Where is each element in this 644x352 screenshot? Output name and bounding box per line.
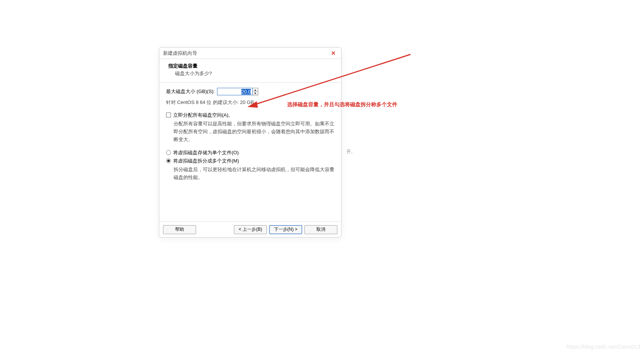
max-disk-size-row: 最大磁盘大小 (GB)(S): ▲ ▼ [166,88,334,95]
single-file-radio[interactable] [166,150,171,155]
help-button[interactable]: 帮助 [163,225,196,234]
next-button[interactable]: 下一步(N) > [269,225,302,234]
single-file-row: 将虚拟磁盘存储为单个文件(O) [166,149,334,156]
spinner-up-button[interactable]: ▲ [253,88,258,92]
allocate-now-label: 立即分配所有磁盘空间(A)。 [173,112,233,119]
spinner-buttons: ▲ ▼ [253,88,258,95]
single-file-label: 将虚拟磁盘存储为单个文件(O) [173,149,239,156]
watermark-text: https://blog.csdn.net/Class013 [566,344,640,350]
max-disk-size-input[interactable] [217,88,253,95]
allocate-now-description: 分配所有容量可以提高性能，但要求所有物理磁盘空间立即可用。如果不立即分配所有空间… [174,120,334,143]
allocate-now-row: 立即分配所有磁盘空间(A)。 [166,112,334,119]
allocate-now-checkbox[interactable] [166,113,171,117]
spinner-down-button[interactable]: ▼ [253,92,258,95]
close-icon[interactable]: ✕ [329,50,337,57]
background-stray-text: 开。 [346,149,355,155]
new-vm-wizard-dialog: 新建虚拟机向导 ✕ 指定磁盘容量 磁盘大小为多少? 最大磁盘大小 (GB)(S)… [159,47,341,238]
split-file-radio[interactable] [166,158,171,163]
page-heading: 指定磁盘容量 [165,63,336,69]
cancel-button[interactable]: 取消 [304,225,337,234]
window-title: 新建虚拟机向导 [163,50,329,57]
split-file-label: 将虚拟磁盘拆分成多个文件(M) [173,158,239,164]
split-file-description: 拆分磁盘后，可以更轻松地在计算机之间移动虚拟机，但可能会降低大容量磁盘的性能。 [174,166,334,182]
wizard-header: 指定磁盘容量 磁盘大小为多少? [159,59,341,83]
titlebar: 新建虚拟机向导 ✕ [159,48,341,59]
annotation-text: 选择磁盘容量，并且勾选将磁盘拆分称多个文件 [287,101,397,108]
max-disk-size-label: 最大磁盘大小 (GB)(S): [166,88,215,95]
max-disk-size-spinner: ▲ ▼ [217,88,258,95]
page-subheading: 磁盘大小为多少? [165,70,336,77]
back-button[interactable]: < 上一步(B) [234,225,267,234]
split-file-row: 将虚拟磁盘拆分成多个文件(M) [166,158,334,164]
store-option-group: 将虚拟磁盘存储为单个文件(O) 将虚拟磁盘拆分成多个文件(M) 拆分磁盘后，可以… [166,149,334,182]
wizard-footer: 帮助 < 上一步(B) 下一步(N) > 取消 [159,221,341,237]
